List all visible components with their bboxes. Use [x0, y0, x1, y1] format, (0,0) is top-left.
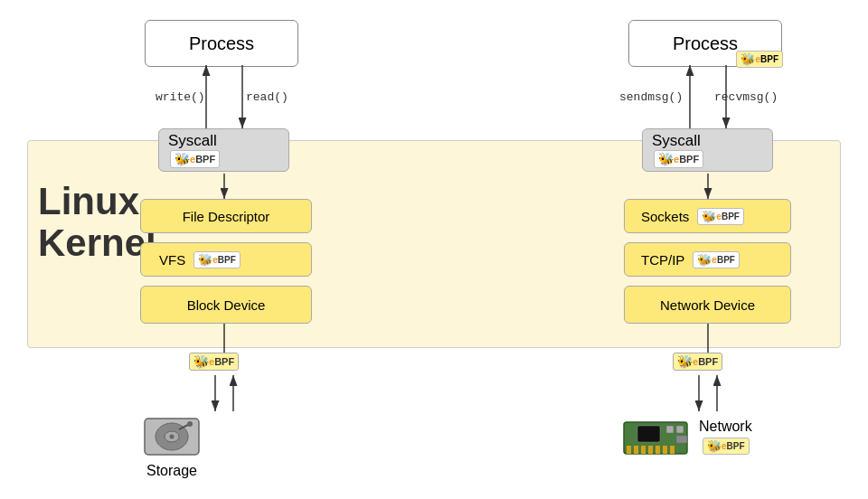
network-area: Network 🐝 eBPF — [619, 411, 752, 461]
vfs-box: VFS 🐝 eBPF — [140, 242, 312, 277]
right-syscall-box: Syscall 🐝 eBPF — [642, 128, 773, 172]
sendmsg-label: sendmsg() — [619, 90, 683, 104]
right-process-box: Process 🐝 eBPF — [628, 20, 782, 67]
right-syscall-ebpf: 🐝 eBPF — [654, 150, 703, 168]
storage-icon — [140, 411, 203, 461]
read-label: read() — [246, 90, 288, 104]
block-device-label: Block Device — [187, 297, 266, 313]
tcpip-label: TCP/IP — [641, 252, 684, 268]
svg-rect-25 — [648, 446, 653, 454]
svg-rect-27 — [663, 446, 667, 454]
sockets-ebpf: 🐝 eBPF — [697, 208, 744, 225]
right-process-label: Process — [673, 33, 738, 54]
network-device-label: Network Device — [660, 297, 755, 313]
storage-label: Storage — [146, 463, 197, 479]
right-process-ebpf: 🐝 eBPF — [736, 51, 783, 68]
network-label: Network — [699, 419, 752, 435]
file-descriptor-label: File Descriptor — [183, 209, 270, 224]
svg-point-18 — [170, 435, 175, 439]
diagram-container: Linux Kernel — [0, 0, 868, 499]
recvmsg-label: recvmsg() — [714, 90, 778, 104]
file-descriptor-box: File Descriptor — [140, 199, 312, 233]
left-syscall-box: Syscall 🐝 eBPF — [158, 128, 289, 172]
left-syscall-label: Syscall — [168, 132, 217, 150]
sockets-label: Sockets — [641, 209, 689, 224]
svg-point-20 — [187, 421, 193, 427]
svg-rect-23 — [634, 446, 638, 454]
kernel-label: Linux Kernel — [38, 181, 156, 264]
right-syscall-label: Syscall — [652, 132, 701, 150]
svg-rect-28 — [670, 446, 675, 454]
svg-rect-26 — [656, 446, 660, 454]
left-process-label: Process — [189, 33, 254, 54]
left-process-box: Process — [145, 20, 298, 67]
storage-area: Storage — [140, 411, 203, 479]
network-ebpf-badge: 🐝 eBPF — [703, 438, 750, 455]
right-network-ebpf-badge: 🐝 eBPF — [669, 353, 722, 371]
write-label: write() — [156, 90, 205, 104]
tcpip-box: TCP/IP 🐝 eBPF — [624, 242, 791, 277]
svg-rect-32 — [676, 436, 687, 443]
vfs-ebpf: 🐝 eBPF — [193, 251, 241, 268]
svg-rect-29 — [637, 426, 660, 442]
left-block-ebpf-badge: 🐝 eBPF — [185, 353, 239, 371]
left-syscall-ebpf: 🐝 eBPF — [170, 150, 220, 168]
svg-rect-24 — [641, 446, 646, 454]
svg-rect-22 — [627, 446, 631, 454]
svg-rect-31 — [676, 426, 684, 433]
sockets-box: Sockets 🐝 eBPF — [624, 199, 791, 233]
vfs-label: VFS — [159, 252, 185, 268]
svg-rect-30 — [666, 426, 674, 433]
network-icon — [619, 411, 692, 461]
tcpip-ebpf: 🐝 eBPF — [693, 251, 740, 268]
network-device-box: Network Device — [624, 286, 791, 324]
block-device-box: Block Device — [140, 286, 312, 324]
